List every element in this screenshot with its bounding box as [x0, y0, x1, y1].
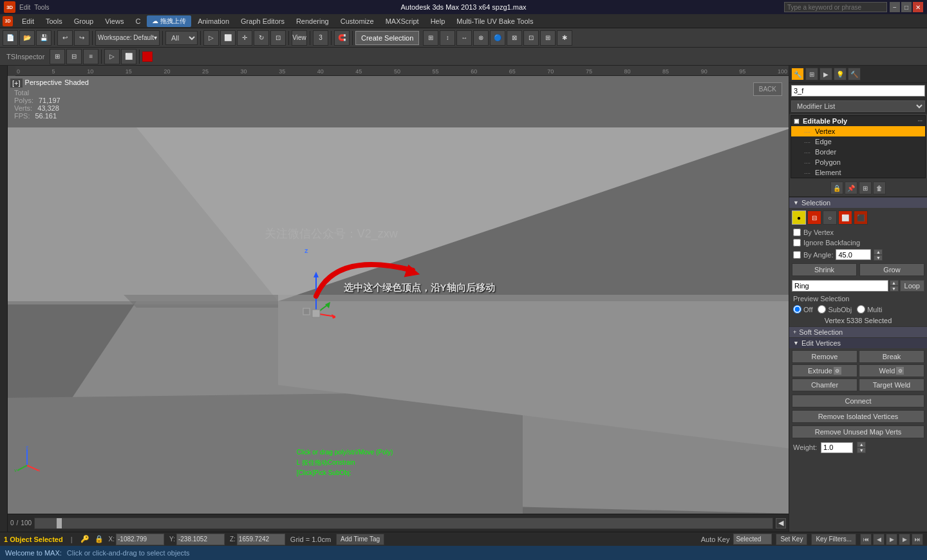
x-input[interactable]	[116, 534, 164, 545]
titlebar-edit[interactable]: Edit	[19, 4, 30, 11]
create-selection-button[interactable]: Create Selection	[355, 31, 419, 45]
menu-animation[interactable]: Animation	[192, 16, 234, 26]
modifier-list-select[interactable]: Modifier List	[791, 100, 925, 112]
weight-spin-up[interactable]: ▲	[857, 442, 866, 447]
tb-t2-3[interactable]: ≡	[83, 49, 98, 64]
weld-button[interactable]: Weld ⚙	[859, 364, 924, 377]
by-angle-checkbox[interactable]	[793, 251, 801, 259]
rp-icon-utilities[interactable]: 🔨	[848, 68, 861, 80]
menu-group[interactable]: Group	[69, 16, 99, 26]
rp-pin-icon[interactable]: 📌	[845, 182, 857, 194]
weight-input[interactable]	[821, 442, 853, 453]
rp-icon-display[interactable]: 💡	[834, 68, 847, 80]
tb-move[interactable]: ✛	[237, 30, 252, 46]
menu-cloud-upload[interactable]: ☁ 拖拽上传	[147, 15, 191, 27]
ring-input[interactable]	[792, 280, 888, 292]
y-input[interactable]	[176, 534, 225, 545]
rp-del-icon[interactable]: 🗑	[873, 182, 886, 194]
rp-icon-hierarchy[interactable]: ⊞	[805, 68, 818, 80]
rp-wire-icon[interactable]: ⊞	[859, 182, 872, 194]
tb-t2-5[interactable]: ⬜	[121, 49, 136, 64]
tb-t2-2[interactable]: ⊟	[66, 49, 82, 64]
by-vertex-checkbox[interactable]	[793, 229, 801, 236]
tb-r2[interactable]: ↕	[440, 30, 455, 46]
menu-edit[interactable]: Edit	[17, 16, 39, 26]
ts-inspector-label[interactable]: TSInspector	[3, 53, 48, 61]
timeline-end-btn[interactable]: ◀	[776, 518, 786, 528]
tb-r4[interactable]: ⊗	[473, 30, 489, 46]
key-filters-button[interactable]: Key Filters...	[811, 534, 856, 545]
extrude-settings-icon[interactable]: ⚙	[834, 367, 841, 375]
modifier-editable-poly[interactable]: ▣ Editable Poly ···	[791, 116, 925, 126]
timeline-thumb[interactable]	[57, 518, 62, 528]
tb-workspace[interactable]: Workspace: Default▾	[95, 30, 160, 46]
menu-multitile[interactable]: Multi-Tile UV Bake Tools	[451, 16, 538, 26]
menu-customize[interactable]: Customize	[335, 16, 379, 26]
connect-button[interactable]: Connect	[792, 395, 924, 407]
tb-rotate[interactable]: ↻	[254, 30, 269, 46]
menu-c[interactable]: C	[130, 16, 145, 26]
tb-r8[interactable]: ⊞	[540, 30, 556, 46]
rp-icon-motion[interactable]: ▶	[819, 68, 832, 80]
tb-select-region[interactable]: ⬜	[220, 30, 236, 46]
selection-header[interactable]: ▼ Selection	[789, 197, 927, 208]
menu-maxscript[interactable]: MAXScript	[380, 16, 424, 26]
viewport[interactable]: [+] Perspective Shaded Total Polys: 71,1…	[8, 76, 789, 514]
tb-r5[interactable]: 🔵	[490, 30, 505, 46]
menu-rendering[interactable]: Rendering	[291, 16, 334, 26]
target-weld-button[interactable]: Target Weld	[859, 378, 924, 391]
menu-help[interactable]: Help	[426, 16, 451, 26]
edit-vertices-header[interactable]: ▼ Edit Vertices	[789, 337, 927, 348]
chamfer-button[interactable]: Chamfer	[792, 378, 857, 391]
viewport-label[interactable]: [+] Perspective Shaded	[10, 79, 89, 88]
tb-r7[interactable]: ⊡	[523, 30, 539, 46]
preview-multi-radio[interactable]	[857, 305, 865, 313]
ring-spinner[interactable]: ▲ ▼	[890, 280, 899, 292]
weight-spinner[interactable]: ▲ ▼	[857, 442, 866, 453]
preview-off-radio[interactable]	[793, 305, 801, 313]
sel-icon-poly[interactable]: ⬜	[838, 210, 852, 225]
tb-save[interactable]: 💾	[36, 30, 52, 46]
rp-icon-modify[interactable]: 🔧	[791, 68, 804, 80]
play-fwd-btn[interactable]: ⏭	[912, 534, 923, 545]
minimize-button[interactable]: −	[890, 2, 900, 12]
preview-subobj-radio[interactable]	[818, 305, 826, 313]
object-name-input[interactable]	[791, 85, 925, 97]
tb-view-select[interactable]: View	[292, 30, 307, 46]
remove-button[interactable]: Remove	[792, 350, 857, 363]
angle-spin-down[interactable]: ▼	[874, 255, 883, 261]
ignore-backfacing-checkbox[interactable]	[793, 239, 801, 247]
play-btn[interactable]: ▶	[886, 534, 897, 545]
grow-button[interactable]: Grow	[859, 263, 924, 276]
menu-graph-editors[interactable]: Graph Editors	[236, 16, 290, 26]
modifier-sub-element[interactable]: ···· Element	[791, 167, 925, 178]
titlebar-tools[interactable]: Tools	[34, 4, 49, 11]
tb-new[interactable]: 📄	[3, 30, 18, 46]
z-input[interactable]	[237, 534, 285, 545]
weld-settings-icon[interactable]: ⚙	[896, 367, 904, 375]
modifier-sub-vertex[interactable]: ···· Vertex	[791, 126, 925, 136]
shrink-button[interactable]: Shrink	[792, 263, 857, 276]
angle-spin-up[interactable]: ▲	[874, 249, 883, 255]
angle-spinner[interactable]: ▲ ▼	[874, 249, 883, 260]
extrude-button[interactable]: Extrude ⚙	[792, 364, 857, 377]
ring-spin-down[interactable]: ▼	[890, 286, 899, 292]
prev-frame-btn[interactable]: ◀	[873, 534, 885, 545]
add-time-tag-button[interactable]: Add Time Tag	[336, 534, 384, 545]
loop-button[interactable]: Loop	[900, 280, 924, 292]
tb-select[interactable]: ▷	[203, 30, 219, 46]
weight-spin-down[interactable]: ▼	[857, 447, 866, 453]
set-key-button[interactable]: Set Key	[776, 534, 807, 545]
tb-r1[interactable]: ⊞	[423, 30, 438, 46]
remove-isolated-button[interactable]: Remove Isolated Vertices	[792, 410, 924, 423]
tb-filter-select[interactable]: All	[165, 31, 198, 45]
by-angle-input[interactable]	[836, 249, 871, 260]
tb-scale[interactable]: ⊡	[270, 30, 286, 46]
tb-open[interactable]: 📂	[19, 30, 35, 46]
back-button[interactable]: BACK	[753, 82, 782, 96]
sel-icon-vertex[interactable]: ●	[792, 210, 806, 225]
tb-num3[interactable]: 3	[313, 30, 328, 46]
menu-views[interactable]: Views	[100, 16, 129, 26]
tb-r3[interactable]: ↔	[456, 30, 472, 46]
close-button[interactable]: ✕	[913, 2, 923, 12]
